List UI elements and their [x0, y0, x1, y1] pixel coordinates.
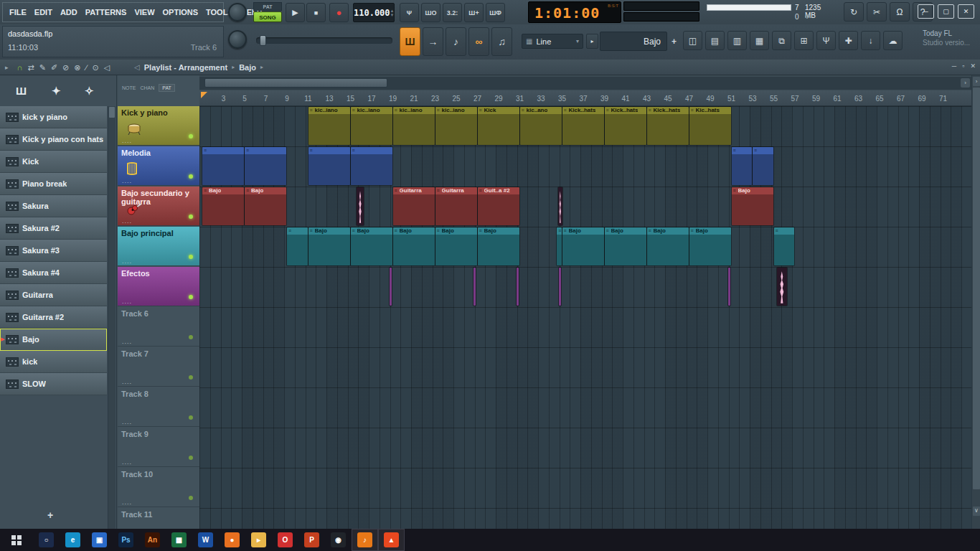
link-controllers-button[interactable]: ∞: [468, 27, 489, 56]
taskbar-app-powerpoint[interactable]: P: [298, 529, 325, 551]
playlist-timeline[interactable]: 3579111315171921232527293133353739414345…: [199, 90, 971, 106]
track-led[interactable]: [189, 335, 193, 339]
piano-roll-button[interactable]: ▤: [705, 31, 725, 50]
taskbar-app-word[interactable]: W: [192, 529, 219, 551]
mini-label-note[interactable]: NOTE: [122, 85, 136, 90]
vscroll-top-icon[interactable]: ›: [973, 77, 980, 86]
clip-bajo[interactable]: ≡Bajo: [351, 227, 392, 265]
channel-rack-button[interactable]: ▦: [750, 31, 769, 50]
menu-file[interactable]: FILE: [6, 6, 30, 19]
master-pitch-slider[interactable]: [256, 37, 392, 44]
scrollbar-thumb[interactable]: [109, 107, 115, 118]
magnet-tool[interactable]: ∩: [17, 60, 23, 75]
link-icon[interactable]: ✧: [85, 85, 94, 98]
menu-view[interactable]: VIEW: [131, 6, 158, 19]
clip-pattern[interactable]: ≡: [308, 147, 350, 185]
clip-kic-iano[interactable]: ≡kic..iano: [351, 107, 392, 145]
clip-pattern[interactable]: ≡: [753, 147, 773, 185]
track-header-melodia[interactable]: Melodia....: [118, 146, 199, 186]
playlist-close-icon[interactable]: ✕: [970, 62, 976, 70]
blend-recording-button[interactable]: Ш+: [464, 3, 484, 22]
track-header-track-8[interactable]: Track 8....: [118, 387, 199, 427]
time-display[interactable]: 1:01:00 B:S:T: [528, 1, 621, 23]
news-widget[interactable]: Today FL Studio versio...: [923, 29, 979, 47]
track-led[interactable]: [189, 415, 193, 420]
taskbar-app-folder[interactable]: ▸: [245, 529, 272, 551]
slice-tool[interactable]: ∕: [86, 60, 88, 75]
clip-kic-iano[interactable]: ≡kic..iano: [393, 107, 435, 145]
mute-tool[interactable]: ⊗: [74, 60, 80, 75]
clip-bajo[interactable]: ≡Bajo: [435, 227, 477, 265]
metronome-aux-button[interactable]: ♫: [491, 27, 512, 56]
add-pattern-button[interactable]: +: [669, 32, 679, 51]
pat-song-toggle[interactable]: PAT SONG: [253, 2, 282, 22]
pattern-item-kick[interactable]: kick: [0, 351, 107, 373]
track-header-bajo-secundario-y-guitarra[interactable]: Bajo secundario y guitarra....: [118, 187, 199, 226]
taskbar-app-edge[interactable]: e: [60, 529, 86, 551]
clip-kick-hats[interactable]: ≡Kick..hats: [647, 107, 689, 145]
clip-bajo[interactable]: ≡Bajo: [562, 227, 604, 265]
pattern-item-sakura[interactable]: Sakura: [0, 195, 107, 217]
pat-mode-label[interactable]: PAT: [253, 2, 282, 11]
clip-audio[interactable]: ≡: [557, 227, 561, 265]
mini-label-chan[interactable]: CHAN: [140, 85, 154, 90]
track-header-bajo-principal[interactable]: Bajo principal....: [118, 227, 199, 266]
taskbar-app-fl-studio[interactable]: ♪: [352, 529, 378, 551]
clip-bajo[interactable]: ≡Bajo: [478, 227, 519, 265]
clip-bajo[interactable]: ≡Bajo: [605, 227, 646, 265]
touch-controller-button[interactable]: ✚: [839, 31, 858, 50]
note-tool-button[interactable]: ♪: [446, 27, 466, 56]
countdown-button[interactable]: 3.2:: [443, 3, 462, 22]
track-header-track-10[interactable]: Track 10....: [118, 468, 199, 507]
clip-pattern[interactable]: ≡: [245, 147, 286, 185]
clip-guitarra[interactable]: ≡Guitarra: [435, 187, 477, 225]
taskbar-app-opera[interactable]: O: [272, 529, 298, 551]
clip-kick[interactable]: ≡Kick: [478, 107, 519, 145]
mic-button[interactable]: Ω: [890, 2, 910, 22]
track-header-efectos[interactable]: Efectos....: [118, 267, 199, 306]
clip-pink[interactable]: [558, 187, 562, 225]
cut-button[interactable]: ✂: [867, 2, 887, 22]
clip-guit-a-2[interactable]: ≡Guit..a #2: [478, 187, 519, 225]
stop-button[interactable]: ■: [306, 3, 326, 22]
clip-audio[interactable]: ≡: [774, 227, 795, 265]
slip-tool[interactable]: ⇄: [27, 60, 34, 75]
track-led[interactable]: [189, 295, 193, 299]
pattern-selector[interactable]: Bajo: [600, 32, 667, 51]
pattern-item-guitarra-2[interactable]: Guitarra #2: [0, 306, 107, 329]
pattern-item-guitarra[interactable]: Guitarra: [0, 284, 107, 306]
slider-thumb[interactable]: [260, 35, 266, 46]
pattern-item-bajo[interactable]: Bajo▶: [0, 329, 107, 351]
recycle-button[interactable]: ↻: [844, 2, 864, 22]
clip-kic-iano[interactable]: ≡kic..iano: [308, 107, 350, 145]
track-led[interactable]: [189, 215, 193, 219]
clip-strip[interactable]: [390, 268, 392, 306]
pattern-picker-button[interactable]: Ш: [400, 27, 420, 56]
pattern-item-sakura-4[interactable]: Sakura #4: [0, 262, 107, 284]
pencil-tool[interactable]: ✎: [39, 60, 46, 75]
main-volume-knob[interactable]: [228, 3, 247, 22]
clip-pattern[interactable]: ≡: [732, 147, 753, 185]
vscroll-bottom-icon[interactable]: ∨: [973, 507, 980, 516]
typing-to-piano-button[interactable]: Ψ: [400, 3, 419, 22]
track-led[interactable]: [189, 134, 193, 138]
tempo-down-icon[interactable]: ▼: [390, 13, 395, 17]
clip-kic-hats[interactable]: ≡Kic..hats: [689, 107, 731, 145]
tempo-spinner[interactable]: ▲ ▼: [390, 9, 395, 17]
menu-add[interactable]: ADD: [57, 6, 81, 19]
clip-bajo[interactable]: ≡Bajo: [245, 187, 286, 225]
clip-bajo[interactable]: ≡Bajo: [202, 187, 244, 225]
pattern-item-slow[interactable]: SLOW: [0, 373, 107, 395]
clip-strip[interactable]: [559, 268, 561, 306]
close-button[interactable]: ✕: [958, 4, 974, 19]
taskbar-app-brave[interactable]: ▲: [378, 529, 405, 551]
play-button[interactable]: ▶: [286, 3, 305, 22]
detach-icon[interactable]: ▸: [5, 64, 9, 71]
hscroll-right-icon[interactable]: ›: [961, 78, 970, 88]
playlist-button[interactable]: ◫: [683, 31, 702, 50]
clip-guitarra[interactable]: ≡Guitarra: [393, 187, 435, 225]
track-header-track-9[interactable]: Track 9....: [118, 428, 199, 467]
track-header-track-7[interactable]: Track 7....: [118, 347, 199, 387]
pattern-item-kick-y-piano[interactable]: kick y piano: [0, 106, 107, 128]
clip-strip[interactable]: [517, 268, 519, 306]
